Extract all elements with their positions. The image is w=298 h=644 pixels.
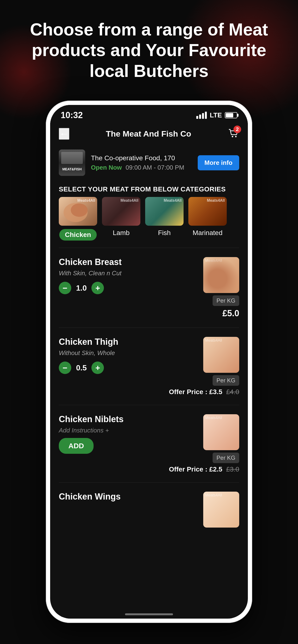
- qty-increase-chicken-breast[interactable]: +: [91, 282, 104, 294]
- categories-section-title: SELECT YOUR MEAT FROM BELOW CATEGORIES: [50, 181, 248, 197]
- categories-row: Meats4All Chicken Meats4All Lamb Meats4A…: [50, 197, 248, 245]
- product-item-chicken-breast: Chicken Breast With Skin, Clean n Cut − …: [50, 250, 248, 325]
- product-name-chicken-niblets: Chicken Niblets: [59, 414, 164, 424]
- battery-fill: [226, 113, 233, 118]
- store-hours-row: Open Now 09:00 AM - 07:00 PM: [91, 164, 192, 171]
- original-price-chicken-thigh: £4.0: [226, 388, 239, 396]
- product-item-chicken-thigh: Chicken Thigh Without Skin, Whole − 0.5 …: [50, 330, 248, 402]
- product-controls-chicken-breast: − 1.0 +: [59, 282, 198, 294]
- phone-screen: 10:32 LTE ← The Meat And: [50, 105, 248, 618]
- product-desc-chicken-breast: With Skin, Clean n Cut: [59, 270, 198, 277]
- home-indicator: [125, 613, 173, 615]
- per-kg-badge-chicken-thigh: Per KG: [213, 375, 239, 386]
- store-address: The Co-operative Food, 170: [91, 154, 192, 162]
- svg-point-0: [232, 136, 233, 137]
- price-chicken-breast: £5.0: [222, 308, 239, 318]
- status-time: 10:32: [61, 110, 83, 120]
- store-logo: [59, 150, 85, 176]
- category-watermark-lamb: Meats4All: [120, 198, 138, 203]
- divider-3: [59, 405, 239, 405]
- offer-price-chicken-thigh: Offer Price : £3.5: [169, 388, 222, 396]
- category-item-marinated[interactable]: Meats4All Marinated: [188, 197, 227, 240]
- add-button-chicken-niblets[interactable]: ADD: [59, 438, 94, 454]
- product-name-chicken-thigh: Chicken Thigh: [59, 337, 164, 347]
- product-image-chicken-breast: Meats4All: [203, 257, 239, 293]
- product-controls-chicken-niblets: ADD: [59, 438, 164, 454]
- qty-value-chicken-thigh: 0.5: [76, 364, 87, 372]
- product-desc-chicken-thigh: Without Skin, Whole: [59, 349, 164, 357]
- product-info-chicken-niblets: Chicken Niblets Add Instructions + ADD: [59, 414, 164, 454]
- qty-increase-chicken-thigh[interactable]: +: [91, 362, 104, 374]
- category-label-fish: Fish: [158, 229, 171, 237]
- instructions-link-chicken-niblets[interactable]: Add Instructions +: [59, 427, 164, 434]
- category-label-marinated: Marinated: [193, 229, 223, 237]
- offer-price-chicken-niblets: Offer Price : £2.5: [169, 466, 222, 473]
- per-kg-badge-chicken-niblets: Per KG: [213, 452, 239, 463]
- headline: Choose from a range of Meat products and…: [14, 19, 284, 81]
- product-name-chicken-breast: Chicken Breast: [59, 257, 198, 267]
- qty-value-chicken-breast: 1.0: [76, 284, 87, 292]
- svg-point-1: [235, 136, 237, 137]
- price-row-chicken-thigh: Offer Price : £3.5 £4.0: [169, 388, 239, 396]
- product-right-chicken-breast: Meats4All Per KG £5.0: [203, 257, 239, 318]
- product-info-chicken-thigh: Chicken Thigh Without Skin, Whole − 0.5 …: [59, 337, 164, 374]
- category-image-marinated: Meats4All: [188, 197, 227, 226]
- price-row-chicken-niblets: Offer Price : £2.5 £3.0: [169, 466, 239, 473]
- category-watermark-chicken: Meats4All: [77, 198, 95, 203]
- phone-outer-shell: 10:32 LTE ← The Meat And: [46, 100, 252, 623]
- product-item-chicken-wings: Chicken Wings Meats4All: [50, 485, 248, 534]
- category-image-lamb: Meats4All: [102, 197, 140, 226]
- product-info-chicken-breast: Chicken Breast With Skin, Clean n Cut − …: [59, 257, 198, 294]
- more-info-button[interactable]: More info: [198, 155, 239, 170]
- store-details: The Co-operative Food, 170 Open Now 09:0…: [91, 154, 192, 171]
- store-logo-image: [59, 150, 85, 176]
- product-item-chicken-niblets: Chicken Niblets Add Instructions + ADD M…: [50, 408, 248, 480]
- page-title: The Meat And Fish Co: [106, 129, 191, 138]
- qty-decrease-chicken-breast[interactable]: −: [59, 282, 71, 294]
- divider-2: [59, 328, 239, 328]
- category-label-chicken: Chicken: [59, 229, 97, 240]
- divider-4: [59, 482, 239, 482]
- product-image-chicken-niblets: Meats4All: [203, 414, 239, 450]
- category-label-lamb: Lamb: [113, 229, 129, 237]
- store-hours: 09:00 AM - 07:00 PM: [126, 164, 184, 171]
- category-watermark-fish: Meats4All: [164, 198, 182, 203]
- category-image-chicken: Meats4All: [59, 197, 97, 226]
- product-image-chicken-wings: Meats4All: [203, 492, 239, 528]
- back-button[interactable]: ←: [59, 128, 69, 140]
- product-info-chicken-wings: Chicken Wings: [59, 492, 198, 504]
- product-name-chicken-wings: Chicken Wings: [59, 492, 198, 502]
- store-open-badge: Open Now: [91, 164, 122, 171]
- per-kg-badge-chicken-breast: Per KG: [213, 296, 239, 306]
- cart-button[interactable]: 2: [228, 128, 239, 140]
- original-price-chicken-niblets: £3.0: [226, 466, 239, 473]
- product-image-chicken-thigh: Meats4All: [203, 337, 239, 373]
- category-item-chicken[interactable]: Meats4All Chicken: [59, 197, 97, 240]
- battery-icon: [225, 112, 237, 118]
- phone-notch: [118, 105, 180, 117]
- store-info: The Co-operative Food, 170 Open Now 09:0…: [50, 145, 248, 181]
- product-right-chicken-thigh: Meats4All Per KG Offer Price : £3.5 £4.0: [169, 337, 239, 396]
- category-watermark-marinated: Meats4All: [207, 198, 225, 203]
- app-header: ← The Meat And Fish Co 2: [50, 123, 248, 145]
- qty-decrease-chicken-thigh[interactable]: −: [59, 362, 71, 374]
- status-icons: LTE: [196, 112, 237, 119]
- product-controls-chicken-thigh: − 0.5 +: [59, 362, 164, 374]
- phone-device: 10:32 LTE ← The Meat And: [46, 100, 252, 623]
- product-right-chicken-niblets: Meats4All Per KG Offer Price : £2.5 £3.0: [169, 414, 239, 473]
- divider-1: [59, 248, 239, 248]
- cart-badge: 2: [233, 126, 241, 133]
- signal-icon: [196, 112, 207, 119]
- category-item-lamb[interactable]: Meats4All Lamb: [102, 197, 140, 240]
- network-label: LTE: [210, 112, 222, 119]
- category-item-fish[interactable]: Meats4All Fish: [145, 197, 184, 240]
- category-image-fish: Meats4All: [145, 197, 184, 226]
- product-right-chicken-wings: Meats4All: [203, 492, 239, 528]
